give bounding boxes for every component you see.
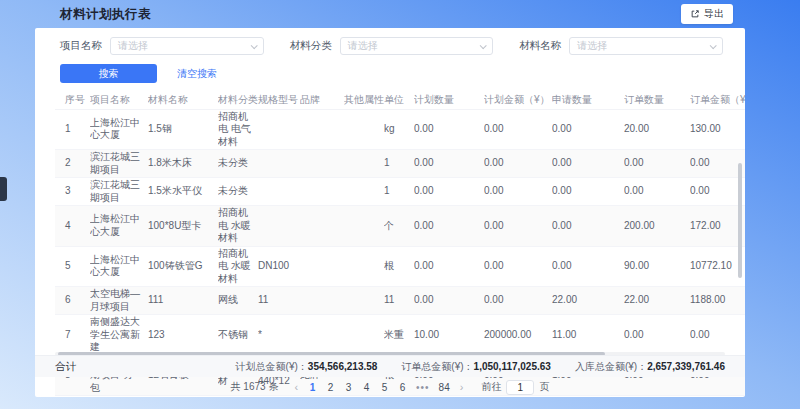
table-cell: 0.00: [414, 246, 484, 287]
table-cell: 滨江花城三期项目: [90, 178, 148, 206]
goto-suffix: 页: [539, 380, 549, 394]
summary-totals: 计划总金额(¥)：354,566,213.58 订单总金额(¥)：1,050,1…: [236, 360, 725, 374]
table-cell: 100*8U型卡: [148, 206, 218, 247]
total-label: 合计: [55, 360, 76, 374]
table-cell: 22.00: [552, 287, 624, 315]
table-cell: [300, 287, 344, 315]
pager-ellipsis: •••: [414, 382, 432, 393]
column-header: 订单数量: [624, 91, 690, 109]
table-cell: 11.00: [552, 315, 624, 356]
table-cell: 22.00: [624, 287, 690, 315]
table-cell: 上海松江中心大厦: [90, 206, 148, 247]
clear-search-link[interactable]: 清空搜索: [177, 67, 217, 81]
pagination-bar: 共 1673 条 ‹ 123456•••84 › 前往 页: [35, 377, 745, 397]
inbound-total: 入库总金额(¥)：2,657,339,761.46: [575, 360, 725, 374]
select-placeholder: 请选择: [577, 39, 607, 53]
page-button[interactable]: 6: [396, 382, 409, 393]
table-cell: 上海松江中心大厦: [90, 246, 148, 287]
page-button[interactable]: 4: [360, 382, 373, 393]
chevron-down-icon: [710, 42, 717, 49]
filter-label: 材料名称: [519, 39, 561, 53]
table-cell: 2: [55, 150, 90, 178]
table-row: 7南侧盛达大学生公寓新建123不锈钢*米重10.00200000.0011.00…: [55, 315, 745, 356]
page-button[interactable]: 3: [342, 382, 355, 393]
table-cell: 5: [55, 246, 90, 287]
table-cell: [300, 109, 344, 150]
table-cell: 个: [384, 206, 414, 247]
column-header: 计划金额（¥）: [484, 91, 552, 109]
page-button[interactable]: 2: [324, 382, 337, 393]
action-bar: 搜索 清空搜索: [60, 64, 745, 83]
table-cell: 未分类: [218, 178, 258, 206]
table-cell: 0.00: [484, 246, 552, 287]
column-header: 申请数量: [552, 91, 624, 109]
summary-row: 合计 计划总金额(¥)：354,566,213.58 订单总金额(¥)：1,05…: [35, 355, 745, 377]
column-header: 单位: [384, 91, 414, 109]
column-header: 材料名称: [148, 91, 218, 109]
table-cell: [344, 246, 384, 287]
table-cell: 6: [55, 287, 90, 315]
table-cell: 7: [55, 315, 90, 356]
table-cell: [344, 206, 384, 247]
table-cell: 0.00: [690, 178, 745, 206]
page-button[interactable]: 84: [437, 382, 452, 393]
filter-bar: 项目名称 请选择 材料分类 请选择 材料名称 请选择: [35, 28, 745, 55]
table-cell: 200000.00: [484, 315, 552, 356]
table-cell: 0.00: [414, 109, 484, 150]
table-cell: 100铸铁管G: [148, 246, 218, 287]
table-row: 3滨江花城三期项目1.5米水平仪未分类10.000.000.000.000.00: [55, 178, 745, 206]
column-header: 项目名称: [90, 91, 148, 109]
content-panel: 项目名称 请选择 材料分类 请选择 材料名称 请选择 搜索 清空搜索: [35, 28, 745, 397]
planned-total-label: 计划总金额(¥)：: [236, 361, 308, 372]
table-cell: 米重: [384, 315, 414, 356]
material-category-select[interactable]: 请选择: [340, 37, 494, 55]
table-cell: [258, 178, 300, 206]
table-cell: 1188.00: [690, 287, 745, 315]
material-name-select[interactable]: 请选择: [569, 37, 723, 55]
table-cell: [344, 150, 384, 178]
table-cell: 0.00: [484, 287, 552, 315]
page-button[interactable]: 5: [378, 382, 391, 393]
select-placeholder: 请选择: [348, 39, 378, 53]
table-cell: 1: [384, 178, 414, 206]
vertical-scrollbar[interactable]: [738, 163, 742, 278]
chevron-down-icon: [250, 42, 257, 49]
goto-page-input[interactable]: [506, 380, 534, 395]
filter-project-name: 项目名称 请选择: [60, 37, 264, 55]
table-cell: [344, 109, 384, 150]
export-button-label: 导出: [704, 7, 724, 21]
pager: 123456•••84: [306, 382, 452, 393]
prev-page-button[interactable]: ‹: [291, 381, 301, 393]
planned-total-value: 354,566,213.58: [308, 361, 378, 372]
table-cell: [258, 150, 300, 178]
table-cell: 0.00: [552, 109, 624, 150]
sidebar-collapse-handle[interactable]: [0, 177, 7, 201]
table-cell: 0.00: [484, 109, 552, 150]
table-cell: 0.00: [552, 178, 624, 206]
table-cell: 0.00: [552, 246, 624, 287]
export-button[interactable]: 导出: [681, 4, 733, 24]
goto-page: 前往 页: [481, 380, 549, 395]
table-cell: 0.00: [414, 178, 484, 206]
table-cell: 10.00: [414, 315, 484, 356]
table-cell: 111: [148, 287, 218, 315]
column-header: 规格型号: [258, 91, 300, 109]
filter-material-name: 材料名称 请选择: [519, 37, 723, 55]
table-cell: 130.00: [690, 109, 745, 150]
next-page-button[interactable]: ›: [457, 381, 467, 393]
search-button[interactable]: 搜索: [60, 64, 157, 83]
table-cell: 11: [258, 287, 300, 315]
table-cell: 南侧盛达大学生公寓新建: [90, 315, 148, 356]
table-cell: 滨江花城三期项目: [90, 150, 148, 178]
page-button[interactable]: 1: [306, 382, 319, 393]
order-total-label: 订单总金额(¥)：: [401, 361, 473, 372]
table-cell: [258, 109, 300, 150]
table-cell: 0.00: [624, 150, 690, 178]
filter-label: 项目名称: [60, 39, 102, 53]
table-cell: 0.00: [414, 206, 484, 247]
table-cell: 上海松江中心大厦: [90, 109, 148, 150]
goto-prefix: 前往: [481, 380, 501, 394]
chevron-down-icon: [480, 42, 487, 49]
project-name-select[interactable]: 请选择: [110, 37, 264, 55]
table-cell: [344, 287, 384, 315]
